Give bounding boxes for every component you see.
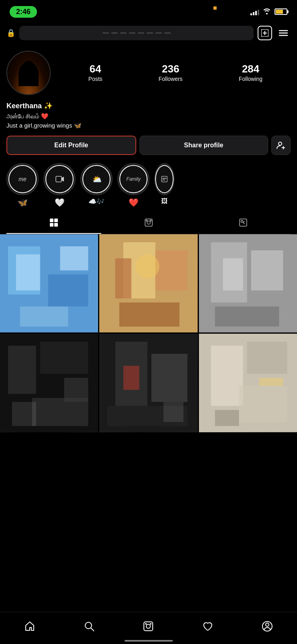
lock-icon: 🔒 xyxy=(6,29,15,37)
svg-point-64 xyxy=(150,623,152,625)
story-circle-1[interactable]: me xyxy=(6,163,39,195)
svg-point-23 xyxy=(241,221,243,223)
top-nav: 🔒 xyxy=(0,22,297,44)
status-icons xyxy=(250,7,287,17)
svg-point-62 xyxy=(146,624,150,628)
svg-rect-55 xyxy=(247,342,287,374)
svg-point-59 xyxy=(85,622,92,629)
grid-item-5[interactable] xyxy=(99,334,197,432)
svg-rect-46 xyxy=(12,402,36,426)
svg-rect-57 xyxy=(215,410,239,426)
add-friend-button[interactable] xyxy=(271,136,291,155)
story-circle-4[interactable]: Family xyxy=(117,163,150,195)
story-item-me[interactable]: me 🦋 xyxy=(6,163,39,207)
svg-rect-52 xyxy=(164,402,184,422)
svg-rect-26 xyxy=(16,254,40,291)
bio-section: Keerthana ✨ அன்பே சிவம் ❤️ Just a girl,g… xyxy=(6,101,291,130)
url-bar[interactable] xyxy=(19,26,254,40)
svg-rect-49 xyxy=(152,354,188,402)
svg-rect-15 xyxy=(54,219,58,222)
story-item-family[interactable]: Family ❤️ xyxy=(117,163,150,207)
tabs-row xyxy=(6,215,291,234)
status-bar: 2:46 xyxy=(0,0,297,22)
following-stat[interactable]: 284 Following xyxy=(239,64,262,82)
svg-rect-40 xyxy=(223,258,243,291)
story-emoji-2: 🤍 xyxy=(55,198,65,207)
bottom-nav xyxy=(0,612,297,644)
svg-rect-42 xyxy=(8,346,36,394)
tab-tagged[interactable] xyxy=(196,215,291,234)
status-time: 2:46 xyxy=(10,6,37,18)
svg-point-63 xyxy=(145,623,147,625)
posts-count: 64 xyxy=(90,64,101,74)
bio-line-1: அன்பே சிவம் ❤️ xyxy=(6,112,291,121)
svg-rect-34 xyxy=(119,303,180,327)
grid-item-1[interactable] xyxy=(0,234,98,332)
svg-point-20 xyxy=(146,220,147,221)
svg-rect-45 xyxy=(64,378,88,402)
svg-rect-13 xyxy=(162,180,165,180)
story-circle-3[interactable]: ⛅ xyxy=(80,163,113,195)
profile-header: 64 Posts 236 Followers 284 Following xyxy=(6,51,291,95)
story-item-extra[interactable]: 🖼 xyxy=(154,163,174,207)
story-item-weather[interactable]: ⛅ ☁️🎶 xyxy=(80,163,113,207)
bottom-nav-home[interactable] xyxy=(20,616,40,636)
svg-rect-56 xyxy=(239,386,287,422)
svg-rect-11 xyxy=(162,176,167,182)
tagged-icon xyxy=(238,218,248,230)
followers-count: 236 xyxy=(162,64,179,74)
avatar-image xyxy=(7,52,50,94)
stats-container: 64 Posts 236 Followers 284 Following xyxy=(60,64,291,82)
profile-section: 64 Posts 236 Followers 284 Following Kee… xyxy=(0,44,297,234)
notification-dot xyxy=(213,6,217,10)
signal-icon xyxy=(250,8,259,15)
photo-grid xyxy=(0,234,297,432)
svg-rect-32 xyxy=(115,258,131,299)
grid-item-6[interactable] xyxy=(199,334,297,432)
svg-rect-14 xyxy=(50,219,53,222)
bottom-nav-reels[interactable] xyxy=(138,616,158,636)
grid-item-3[interactable] xyxy=(199,234,297,332)
svg-point-21 xyxy=(150,220,151,221)
story-emoji-4: ❤️ xyxy=(129,198,139,207)
followers-stat[interactable]: 236 Followers xyxy=(158,64,182,82)
svg-rect-39 xyxy=(215,307,279,327)
posts-label: Posts xyxy=(88,76,102,82)
story-item-video[interactable]: 🤍 xyxy=(43,163,76,207)
svg-rect-43 xyxy=(40,342,88,374)
svg-rect-44 xyxy=(32,398,88,426)
svg-rect-9 xyxy=(56,176,61,182)
add-button[interactable] xyxy=(258,26,272,40)
bottom-nav-search[interactable] xyxy=(79,616,99,636)
bottom-nav-likes[interactable] xyxy=(198,616,218,636)
tab-reels[interactable] xyxy=(101,215,196,234)
username: Keerthana ✨ xyxy=(6,101,291,110)
story-circle-2[interactable] xyxy=(43,163,76,195)
svg-rect-54 xyxy=(211,346,243,406)
svg-point-66 xyxy=(266,623,269,626)
bottom-nav-profile[interactable] xyxy=(257,616,277,636)
avatar[interactable] xyxy=(6,51,51,95)
story-emoji-5: 🖼 xyxy=(161,198,168,205)
svg-marker-10 xyxy=(61,177,64,182)
svg-rect-29 xyxy=(20,307,68,327)
bio-line-2: Just a girl,growing wings 🦋 xyxy=(6,121,291,130)
following-label: Following xyxy=(239,76,262,82)
wifi-icon xyxy=(262,7,271,17)
posts-stat[interactable]: 64 Posts xyxy=(88,64,102,82)
svg-rect-61 xyxy=(144,622,153,631)
story-emoji-3: ☁️🎶 xyxy=(88,198,104,205)
stories-row: me 🦋 🤍 ⛅ xyxy=(6,163,291,211)
grid-item-4[interactable] xyxy=(0,334,98,432)
menu-button[interactable] xyxy=(276,26,291,40)
home-indicator xyxy=(125,640,173,642)
share-profile-button[interactable]: Share profile xyxy=(139,136,268,155)
svg-rect-16 xyxy=(50,223,53,227)
svg-point-35 xyxy=(135,254,160,279)
story-circle-5[interactable] xyxy=(154,163,174,195)
edit-profile-button[interactable]: Edit Profile xyxy=(6,136,136,155)
tab-grid[interactable] xyxy=(6,215,101,234)
svg-rect-28 xyxy=(60,246,88,270)
grid-item-2[interactable] xyxy=(99,234,197,332)
reels-icon xyxy=(144,218,154,230)
